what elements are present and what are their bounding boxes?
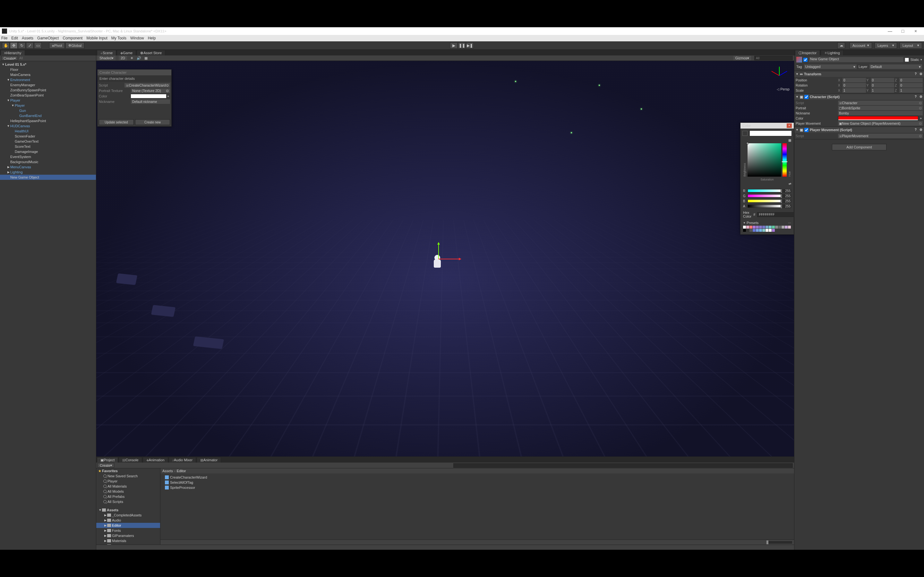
preset-swatch[interactable]: [756, 226, 759, 229]
hierarchy-item[interactable]: ▼Player: [0, 98, 96, 103]
rot-y-field[interactable]: 0: [871, 83, 895, 87]
hierarchy-item[interactable]: Floor: [0, 67, 96, 72]
pos-y-field[interactable]: 0: [871, 78, 895, 82]
preset-swatch[interactable]: [756, 229, 759, 232]
tool-rotate[interactable]: ↻: [18, 42, 26, 49]
folder-item[interactable]: ▶Fonts: [96, 528, 160, 533]
hierarchy-item[interactable]: ▼Environment: [0, 77, 96, 82]
cloud-icon[interactable]: ☁: [837, 42, 845, 49]
folder-item[interactable]: ▶_CompletedAssets: [96, 513, 160, 518]
hierarchy-item[interactable]: HealthUI: [0, 129, 96, 134]
fx-toggle-icon[interactable]: ▦: [144, 56, 148, 60]
preset-swatch[interactable]: [743, 226, 746, 229]
r-value[interactable]: 255: [783, 189, 791, 193]
play-button[interactable]: ▶: [450, 42, 458, 49]
hierarchy-tree[interactable]: ▼Level 01 5.x* FloorMainCamera▼Environme…: [0, 61, 96, 550]
preset-swatch[interactable]: [746, 229, 749, 232]
layout-dropdown[interactable]: Layout▾: [900, 42, 922, 49]
space-toggle[interactable]: ⊕ Global: [65, 42, 84, 49]
character-playermovement-field[interactable]: ▣ New Game Object (PlayerMovement)⊙: [838, 121, 923, 126]
hierarchy-create-dropdown[interactable]: Create ▾: [1, 56, 18, 61]
persp-label[interactable]: ◁ Persp: [777, 87, 790, 91]
window-maximize-button[interactable]: □: [897, 29, 909, 34]
scene-root[interactable]: ▼Level 01 5.x*: [0, 62, 96, 67]
window-minimize-button[interactable]: —: [884, 29, 897, 34]
menu-assets[interactable]: Assets: [22, 36, 33, 40]
rot-z-field[interactable]: 0: [899, 83, 923, 87]
g-slider[interactable]: [748, 194, 782, 197]
preset-swatch[interactable]: [759, 229, 762, 232]
wizard-update-button[interactable]: Update selected: [99, 119, 134, 125]
preset-swatch[interactable]: [759, 226, 762, 229]
hierarchy-item[interactable]: ▼HUDCanvas: [0, 123, 96, 129]
layer-dropdown[interactable]: Default▾: [869, 64, 922, 69]
pause-button[interactable]: ❚❚: [458, 42, 466, 49]
account-dropdown[interactable]: Account▾: [850, 42, 872, 49]
character-portrait-field[interactable]: ▢ BombSprite⊙: [838, 106, 923, 110]
preset-swatch[interactable]: [779, 226, 781, 229]
transform-header[interactable]: ▼⇔Transform?⚙: [795, 71, 924, 77]
scene-search-input[interactable]: [754, 56, 793, 60]
preset-swatch[interactable]: [788, 226, 791, 229]
gear-icon[interactable]: ⚙: [919, 95, 923, 99]
step-button[interactable]: ▶❚: [466, 42, 474, 49]
preset-swatch[interactable]: [782, 226, 784, 229]
color-mode-icon[interactable]: ▦: [788, 139, 791, 142]
menu-edit[interactable]: Edit: [11, 36, 18, 40]
light-toggle-icon[interactable]: ☀: [130, 56, 134, 60]
menu-help[interactable]: Help: [148, 36, 156, 40]
shading-mode-dropdown[interactable]: Shaded ▾: [97, 56, 115, 60]
g-value[interactable]: 255: [783, 194, 791, 198]
hierarchy-item[interactable]: ZomBearSpawnPoint: [0, 93, 96, 98]
project-file-list[interactable]: CreateCharacterWizardSelectAllOfTagSprit…: [160, 474, 794, 540]
menu-file[interactable]: File: [1, 36, 7, 40]
tab-console[interactable]: ▤ Console: [119, 457, 142, 463]
tab-animator[interactable]: ▦ Animator: [197, 457, 221, 463]
preset-swatch[interactable]: [750, 226, 752, 229]
file-item[interactable]: SelectAllOfTag: [160, 480, 794, 485]
preset-swatch[interactable]: [753, 226, 756, 229]
pos-x-field[interactable]: 0: [843, 78, 866, 82]
add-component-button[interactable]: Add Component: [832, 144, 887, 150]
favorites-header[interactable]: ★Favorites: [96, 468, 160, 474]
preset-swatch[interactable]: [766, 226, 768, 229]
preset-swatch[interactable]: [775, 226, 778, 229]
menu-mobile-input[interactable]: Mobile Input: [86, 36, 107, 40]
b-value[interactable]: 255: [783, 199, 791, 203]
playermovement-enabled-checkbox[interactable]: [804, 128, 809, 132]
folder-item[interactable]: ▶Audio: [96, 518, 160, 523]
favorite-item[interactable]: All Materials: [96, 484, 160, 489]
menu-window[interactable]: Window: [130, 36, 144, 40]
character-enabled-checkbox[interactable]: [804, 95, 809, 99]
hierarchy-item[interactable]: ▼Player: [0, 103, 96, 108]
hierarchy-item[interactable]: ScreenFader: [0, 134, 96, 139]
hierarchy-item[interactable]: ▶MenuCanvas: [0, 164, 96, 169]
help-icon[interactable]: ?: [914, 128, 918, 132]
preset-swatch[interactable]: [743, 229, 746, 232]
folder-item[interactable]: ▶Materials: [96, 538, 160, 543]
hue-slider[interactable]: [782, 143, 787, 177]
hierarchy-item[interactable]: EventSystem: [0, 154, 96, 159]
favorite-item[interactable]: New Saved Search: [96, 474, 160, 479]
r-slider[interactable]: [748, 189, 782, 192]
project-create-dropdown[interactable]: Create ▾: [97, 463, 114, 468]
slider-mode-icon[interactable]: ⇄: [788, 182, 791, 185]
hierarchy-item[interactable]: ▶Lighting: [0, 169, 96, 175]
hierarchy-item[interactable]: DamageImage: [0, 149, 96, 154]
pivot-toggle[interactable]: ⎈ Pivot: [49, 42, 65, 49]
gear-icon[interactable]: ⚙: [919, 128, 923, 132]
menu-my-tools[interactable]: My Tools: [111, 36, 126, 40]
tool-move[interactable]: ✥: [10, 42, 18, 49]
character-header[interactable]: ▼▣Character (Script)?⚙: [795, 94, 924, 100]
preset-swatch[interactable]: [769, 226, 772, 229]
character-nickname-field[interactable]: Bomby: [838, 111, 923, 115]
wizard-title[interactable]: Create Character: [97, 69, 171, 75]
preset-swatch[interactable]: [772, 229, 775, 232]
2d-toggle[interactable]: 2D: [119, 56, 127, 60]
gizmos-dropdown[interactable]: Gizmos ▾: [733, 56, 751, 60]
sv-picker[interactable]: [748, 143, 781, 177]
preset-swatch[interactable]: [762, 226, 765, 229]
preset-swatch[interactable]: [750, 229, 752, 232]
favorite-item[interactable]: All Prefabs: [96, 494, 160, 499]
tool-hand[interactable]: ✋: [2, 42, 10, 49]
